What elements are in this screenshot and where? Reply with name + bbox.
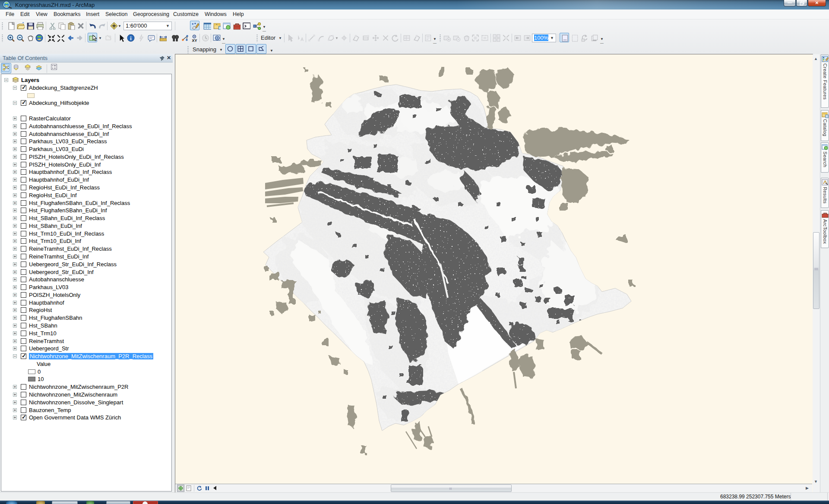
svg-text:A: A <box>301 37 304 42</box>
svg-text:i: i <box>130 35 132 41</box>
svg-text:XY: XY <box>192 38 197 42</box>
